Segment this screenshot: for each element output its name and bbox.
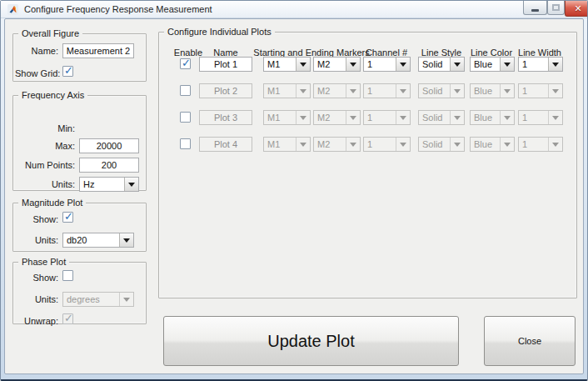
- unwrap-checkbox: [62, 313, 73, 324]
- individual-plots-group: Configure Individual Plots Enable Name S…: [158, 32, 577, 298]
- chevron-down-icon: [500, 138, 514, 151]
- chevron-down-icon: [396, 111, 410, 124]
- chevron-down-icon: [346, 138, 360, 151]
- marker-end-select: M2: [313, 137, 361, 152]
- chevron-down-icon: [396, 84, 410, 98]
- show-grid-label: Show Grid:: [15, 68, 58, 78]
- phase-show-checkbox[interactable]: [62, 270, 73, 281]
- channel-select: 1: [363, 137, 411, 152]
- window-title: Configure Frequency Response Measurement: [24, 4, 212, 14]
- line-width-select: 1: [518, 83, 563, 98]
- channel-select[interactable]: 1: [363, 57, 411, 72]
- chevron-down-icon: [346, 58, 360, 71]
- phase-units-select: degrees: [62, 292, 134, 307]
- group-title: Phase Plot: [18, 257, 69, 267]
- group-title: Configure Individual Plots: [164, 27, 275, 37]
- enable-checkbox[interactable]: [180, 112, 191, 123]
- chevron-down-icon: [500, 111, 514, 124]
- dialog-window: Configure Frequency Response Measurement…: [0, 0, 588, 381]
- chevron-down-icon: [500, 84, 514, 98]
- close-button[interactable]: Close: [484, 316, 576, 366]
- magnitude-plot-group: Magnitude Plot Show: Units: db20: [12, 203, 147, 252]
- group-title: Overall Figure: [18, 28, 82, 38]
- unwrap-label: Unwrap:: [15, 316, 58, 326]
- chevron-down-icon: [500, 58, 514, 71]
- min-label: Min:: [15, 123, 75, 133]
- phase-plot-group: Phase Plot Show: Units: degrees Unwrap:: [12, 262, 147, 324]
- frequency-axis-group: Frequency Axis Min: Max: Num Points: Uni…: [12, 95, 147, 191]
- max-label: Max:: [15, 141, 75, 151]
- enable-checkbox[interactable]: [180, 85, 191, 96]
- magnitude-show-checkbox[interactable]: [62, 212, 73, 223]
- max-input[interactable]: [79, 138, 139, 153]
- chevron-down-icon: [548, 111, 562, 124]
- units-label: Units:: [15, 235, 58, 245]
- marker-start-select: M1: [263, 137, 311, 152]
- channel-select: 1: [363, 83, 411, 98]
- chevron-down-icon: [119, 233, 133, 247]
- maximize-icon: [552, 4, 560, 11]
- line-color-select: Blue: [470, 110, 515, 125]
- name-label: Name:: [15, 46, 58, 56]
- line-color-select: Blue: [470, 137, 515, 152]
- chevron-down-icon: [124, 178, 138, 191]
- group-title: Frequency Axis: [18, 90, 87, 100]
- update-plot-button[interactable]: Update Plot: [163, 316, 459, 366]
- show-label: Show:: [15, 214, 58, 224]
- plot-name-input: [199, 110, 252, 125]
- marker-start-select: M1: [263, 83, 311, 98]
- plot-name-input: [199, 83, 252, 98]
- chevron-down-icon: [296, 84, 310, 98]
- line-style-select[interactable]: Solid: [418, 57, 465, 72]
- close-icon: ✕: [574, 3, 581, 14]
- line-width-select[interactable]: 1: [518, 57, 563, 72]
- marker-start-select[interactable]: M1: [263, 57, 311, 72]
- title-bar[interactable]: Configure Frequency Response Measurement…: [1, 1, 587, 18]
- chevron-down-icon: [396, 58, 410, 71]
- marker-end-select[interactable]: M2: [313, 57, 361, 72]
- plot-row: M1 M2 1 Solid Blue 1: [159, 83, 576, 100]
- marker-end-select: M2: [313, 83, 361, 98]
- minimize-icon: [531, 9, 539, 12]
- chevron-down-icon: [296, 58, 310, 71]
- units-label: Units:: [15, 294, 58, 304]
- matlab-icon: [7, 4, 18, 15]
- line-style-select: Solid: [418, 137, 465, 152]
- chevron-down-icon: [346, 111, 360, 124]
- close-window-button[interactable]: ✕: [565, 1, 588, 17]
- chevron-down-icon: [450, 84, 464, 98]
- line-color-select: Blue: [470, 83, 515, 98]
- line-style-select: Solid: [418, 110, 465, 125]
- plot-name-input[interactable]: [199, 57, 252, 72]
- plot-row: M1 M2 1 Solid Blue 1: [159, 110, 576, 127]
- chevron-down-icon: [396, 138, 410, 151]
- show-grid-checkbox[interactable]: [62, 66, 73, 77]
- figure-name-input[interactable]: [62, 43, 134, 58]
- plot-row: M1 M2 1 Solid Blue 1: [159, 57, 576, 73]
- window-controls: ✕: [523, 1, 588, 16]
- overall-figure-group: Overall Figure Name: Show Grid:: [12, 33, 147, 82]
- group-title: Magnitude Plot: [18, 198, 86, 208]
- chevron-down-icon: [346, 84, 360, 98]
- frequency-units-select[interactable]: Hz: [79, 177, 139, 192]
- units-label: Units:: [15, 179, 75, 189]
- chevron-down-icon: [548, 58, 562, 71]
- chevron-down-icon: [296, 138, 310, 151]
- enable-checkbox[interactable]: [180, 58, 191, 69]
- marker-end-select: M2: [313, 110, 361, 125]
- num-points-input[interactable]: [79, 158, 139, 173]
- chevron-down-icon: [548, 138, 562, 151]
- channel-select: 1: [363, 110, 411, 125]
- minimize-button[interactable]: [523, 1, 547, 15]
- magnitude-units-select[interactable]: db20: [62, 233, 134, 248]
- marker-start-select: M1: [263, 110, 311, 125]
- show-label: Show:: [15, 273, 58, 283]
- maximize-button: [547, 1, 565, 15]
- line-width-select: 1: [518, 110, 563, 125]
- enable-checkbox[interactable]: [180, 138, 191, 149]
- chevron-down-icon: [450, 111, 464, 124]
- chevron-down-icon: [119, 293, 133, 306]
- num-points-label: Num Points:: [15, 160, 75, 170]
- line-width-select: 1: [518, 137, 563, 152]
- line-color-select[interactable]: Blue: [470, 57, 515, 72]
